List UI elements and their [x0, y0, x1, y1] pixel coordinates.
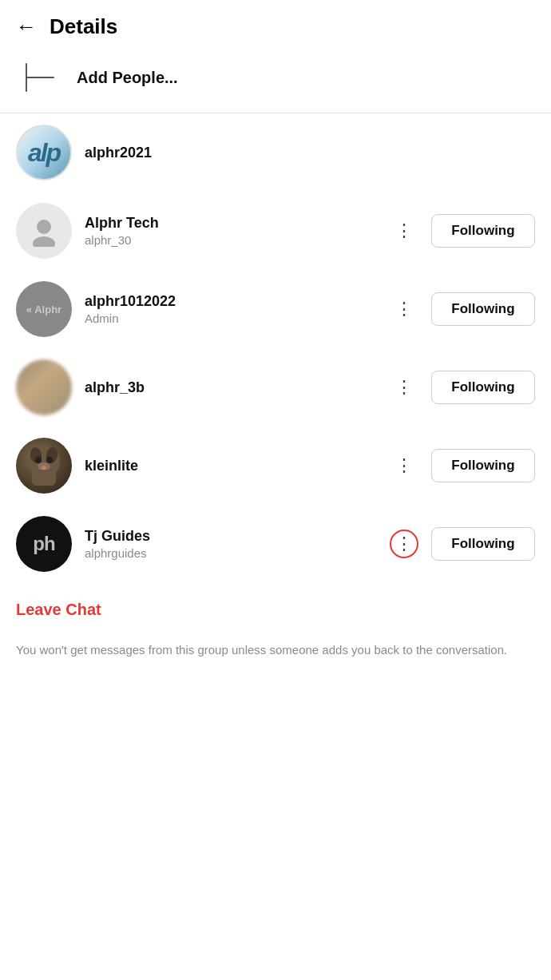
member-name: kleinlite: [85, 458, 377, 474]
member-sub: alphr_30: [85, 233, 377, 247]
following-button[interactable]: Following: [431, 214, 535, 248]
member-menu-button[interactable]: ⋮: [390, 295, 418, 323]
page-title: Details: [50, 14, 117, 39]
avatar: alp: [16, 125, 72, 181]
list-item: alp alphr2021: [0, 113, 551, 192]
leave-chat-section: Leave Chat: [0, 583, 551, 627]
avatar: [16, 438, 72, 494]
member-info: alphr2021: [85, 145, 535, 161]
member-list: alp alphr2021 Alphr Tech alphr_30 ⋮ Foll…: [0, 113, 551, 583]
member-menu-button[interactable]: ⋮: [390, 373, 418, 402]
following-button[interactable]: Following: [431, 292, 535, 326]
list-item: « Alphr alphr1012022 Admin ⋮ Following: [0, 270, 551, 348]
svg-point-3: [33, 236, 55, 247]
member-info: Alphr Tech alphr_30: [85, 215, 377, 247]
member-sub: alphrguides: [85, 546, 377, 560]
list-item: alphr_3b ⋮ Following: [0, 348, 551, 427]
following-button[interactable]: Following: [431, 371, 535, 404]
member-sub: Admin: [85, 311, 377, 325]
add-people-icon: [16, 54, 64, 101]
list-item: kleinlite ⋮ Following: [0, 427, 551, 505]
svg-point-7: [35, 457, 42, 463]
member-menu-button[interactable]: ⋮: [390, 216, 418, 245]
member-menu-button[interactable]: ⋮: [390, 530, 418, 558]
svg-rect-1: [26, 77, 54, 78]
following-button[interactable]: Following: [431, 449, 535, 482]
add-people-row[interactable]: Add People...: [0, 47, 551, 113]
avatar: ph: [16, 516, 72, 572]
svg-point-2: [37, 220, 51, 234]
header: ← Details: [0, 0, 551, 47]
list-item: Alphr Tech alphr_30 ⋮ Following: [0, 192, 551, 270]
back-button[interactable]: ←: [16, 14, 37, 39]
svg-rect-11: [32, 470, 56, 486]
member-info: alphr1012022 Admin: [85, 293, 377, 325]
member-name: alphr2021: [85, 145, 535, 161]
member-info: Tj Guides alphrguides: [85, 528, 377, 560]
member-info: alphr_3b: [85, 379, 377, 396]
member-name: alphr_3b: [85, 379, 377, 396]
member-menu-button[interactable]: ⋮: [390, 451, 418, 480]
avatar: [16, 359, 72, 415]
following-button[interactable]: Following: [431, 527, 535, 561]
avatar: « Alphr: [16, 281, 72, 337]
member-name: Alphr Tech: [85, 215, 377, 232]
avatar: [16, 203, 72, 259]
footer-note: You won't get messages from this group u…: [0, 627, 551, 676]
leave-chat-button[interactable]: Leave Chat: [16, 601, 101, 618]
svg-point-8: [46, 457, 53, 463]
member-name: Tj Guides: [85, 528, 377, 545]
member-name: alphr1012022: [85, 293, 377, 310]
list-item: ph Tj Guides alphrguides ⋮ Following: [0, 505, 551, 583]
footer-note-text: You won't get messages from this group u…: [16, 643, 507, 657]
member-info: kleinlite: [85, 458, 377, 474]
add-people-label: Add People...: [77, 69, 178, 87]
